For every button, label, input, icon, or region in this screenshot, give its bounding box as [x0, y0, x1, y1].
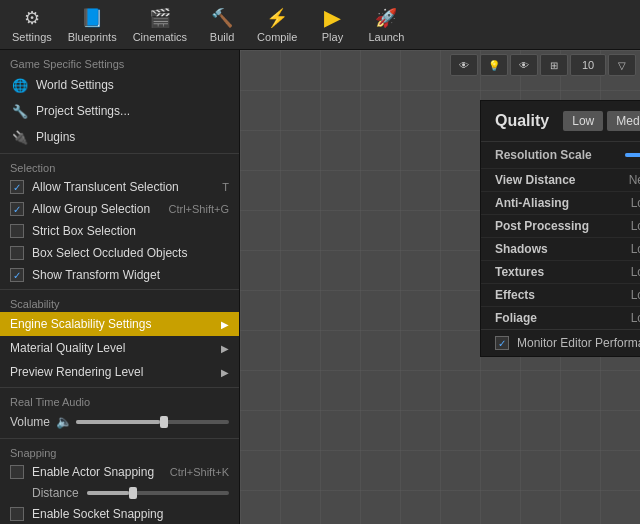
post-processing-levels: Low Medium High Epic Cinematic	[620, 219, 640, 233]
foliage-levels: Low Medium High Epic Cinematic	[620, 311, 640, 325]
allow-translucent-shortcut: T	[222, 181, 229, 193]
enable-actor-snapping-item[interactable]: ✓ Enable Actor Snapping Ctrl+Shift+K	[0, 461, 239, 483]
distance-slider[interactable]	[87, 491, 229, 495]
material-quality-label: Material Quality Level	[10, 341, 125, 355]
resolution-row: Resolution Scale 100%	[481, 142, 640, 169]
blueprints-label: Blueprints	[68, 31, 117, 43]
strict-box-checkbox[interactable]: ✓	[10, 224, 24, 238]
main-area: Game Specific Settings 🌐 World Settings …	[0, 50, 640, 524]
distance-thumb[interactable]	[129, 487, 137, 499]
enable-actor-snapping-checkbox[interactable]: ✓	[10, 465, 24, 479]
preview-rendering-arrow: ▶	[221, 367, 229, 378]
volume-slider[interactable]	[76, 420, 229, 424]
snapping-header: Snapping	[0, 443, 239, 461]
allow-group-label: Allow Group Selection	[32, 202, 150, 216]
post-processing-name: Post Processing	[495, 219, 620, 233]
volume-fill	[76, 420, 160, 424]
build-btn[interactable]: 🔨 Build	[195, 2, 249, 48]
allow-translucent-checkbox[interactable]: ✓	[10, 180, 24, 194]
vp-btn-grid[interactable]: ⊞	[540, 54, 568, 76]
volume-label: Volume	[10, 415, 50, 429]
show-transform-item[interactable]: ✓ Show Transform Widget	[0, 264, 239, 286]
distance-fill	[87, 491, 130, 495]
enable-socket-snapping-checkbox[interactable]: ✓	[10, 507, 24, 521]
settings-btn[interactable]: ⚙ Settings	[4, 2, 60, 48]
play-icon: ▶	[318, 6, 346, 30]
plugins-item[interactable]: 🔌 Plugins	[0, 124, 239, 150]
quality-low-btn[interactable]: Low	[563, 111, 603, 131]
toolbar: ⚙ Settings 📘 Blueprints 🎬 Cinematics 🔨 B…	[0, 0, 640, 50]
monitor-checkbox[interactable]: ✓	[495, 336, 509, 350]
shadows-low: Low	[620, 242, 640, 256]
compile-label: Compile	[257, 31, 297, 43]
volume-thumb[interactable]	[160, 416, 168, 428]
monitor-label: Monitor Editor Performance?	[517, 336, 640, 350]
divider-2	[0, 289, 239, 290]
anti-aliasing-name: Anti-Aliasing	[495, 196, 620, 210]
foliage-low: Low	[620, 311, 640, 325]
vp-btn-number[interactable]: 10	[570, 54, 606, 76]
shadows-row: Shadows Low Medium High Epic Cinematic	[481, 238, 640, 261]
vp-btn-show[interactable]: 👁	[510, 54, 538, 76]
viewport-toolbar: 👁 💡 👁 ⊞ 10 ▽	[450, 54, 636, 76]
enable-socket-snapping-item[interactable]: ✓ Enable Socket Snapping	[0, 503, 239, 524]
engine-scalability-label: Engine Scalability Settings	[10, 317, 151, 331]
world-settings-item[interactable]: 🌐 World Settings	[0, 72, 239, 98]
effects-low: Low	[620, 288, 640, 302]
allow-translucent-item[interactable]: ✓ Allow Translucent Selection T	[0, 176, 239, 198]
show-transform-checkbox[interactable]: ✓	[10, 268, 24, 282]
anti-aliasing-low: Low	[620, 196, 640, 210]
vp-btn-snap[interactable]: ▽	[608, 54, 636, 76]
quality-title: Quality	[495, 112, 549, 130]
box-select-occluded-item[interactable]: ✓ Box Select Occluded Objects	[0, 242, 239, 264]
allow-group-item[interactable]: ✓ Allow Group Selection Ctrl+Shift+G	[0, 198, 239, 220]
strict-box-item[interactable]: ✓ Strict Box Selection	[0, 220, 239, 242]
strict-box-label: Strict Box Selection	[32, 224, 136, 238]
divider-3	[0, 387, 239, 388]
cinematics-btn[interactable]: 🎬 Cinematics	[125, 2, 195, 48]
compile-icon: ⚡	[263, 6, 291, 30]
cinematics-label: Cinematics	[133, 31, 187, 43]
viewport[interactable]: 👁 💡 👁 ⊞ 10 ▽ Quality Low Medium High Epi…	[240, 50, 640, 524]
play-label: Play	[322, 31, 343, 43]
textures-row: Textures Low Medium High Epic Cinematic	[481, 261, 640, 284]
vp-btn-lit[interactable]: 💡	[480, 54, 508, 76]
build-icon: 🔨	[208, 6, 236, 30]
anti-aliasing-levels: Low Medium High Epic Cinematic	[620, 196, 640, 210]
show-transform-label: Show Transform Widget	[32, 268, 160, 282]
box-select-occluded-label: Box Select Occluded Objects	[32, 246, 187, 260]
enable-actor-snapping-label: Enable Actor Snapping	[32, 465, 154, 479]
blueprints-icon: 📘	[78, 6, 106, 30]
shadows-levels: Low Medium High Epic Cinematic	[620, 242, 640, 256]
view-distance-row: View Distance Near Medium Far Epic Cinem…	[481, 169, 640, 192]
preview-rendering-item[interactable]: Preview Rendering Level ▶	[0, 360, 239, 384]
material-quality-item[interactable]: Material Quality Level ▶	[0, 336, 239, 360]
box-select-occluded-checkbox[interactable]: ✓	[10, 246, 24, 260]
vp-btn-perspective[interactable]: 👁	[450, 54, 478, 76]
plugins-label: Plugins	[36, 130, 75, 144]
resolution-slider[interactable]	[625, 153, 640, 157]
scalability-header: Scalability	[0, 294, 239, 312]
allow-group-checkbox[interactable]: ✓	[10, 202, 24, 216]
foliage-name: Foliage	[495, 311, 620, 325]
selection-header: Selection	[0, 158, 239, 176]
resolution-slider-fill	[625, 153, 640, 157]
launch-icon: 🚀	[372, 6, 400, 30]
launch-btn[interactable]: 🚀 Launch	[359, 2, 413, 48]
view-distance-near: Near	[620, 173, 640, 187]
play-btn[interactable]: ▶ Play	[305, 2, 359, 48]
compile-btn[interactable]: ⚡ Compile	[249, 2, 305, 48]
engine-scalability-item[interactable]: Engine Scalability Settings ▶	[0, 312, 239, 336]
material-quality-arrow: ▶	[221, 343, 229, 354]
blueprints-btn[interactable]: 📘 Blueprints	[60, 2, 125, 48]
project-settings-item[interactable]: 🔧 Project Settings...	[0, 98, 239, 124]
quality-table: View Distance Near Medium Far Epic Cinem…	[481, 169, 640, 329]
volume-icon: 🔈	[56, 414, 72, 429]
view-distance-name: View Distance	[495, 173, 620, 187]
allow-translucent-label: Allow Translucent Selection	[32, 180, 179, 194]
post-processing-row: Post Processing Low Medium High Epic Cin…	[481, 215, 640, 238]
monitor-row[interactable]: ✓ Monitor Editor Performance?	[481, 329, 640, 356]
project-settings-icon: 🔧	[10, 103, 30, 119]
quality-medium-btn[interactable]: Medium	[607, 111, 640, 131]
project-settings-label: Project Settings...	[36, 104, 130, 118]
